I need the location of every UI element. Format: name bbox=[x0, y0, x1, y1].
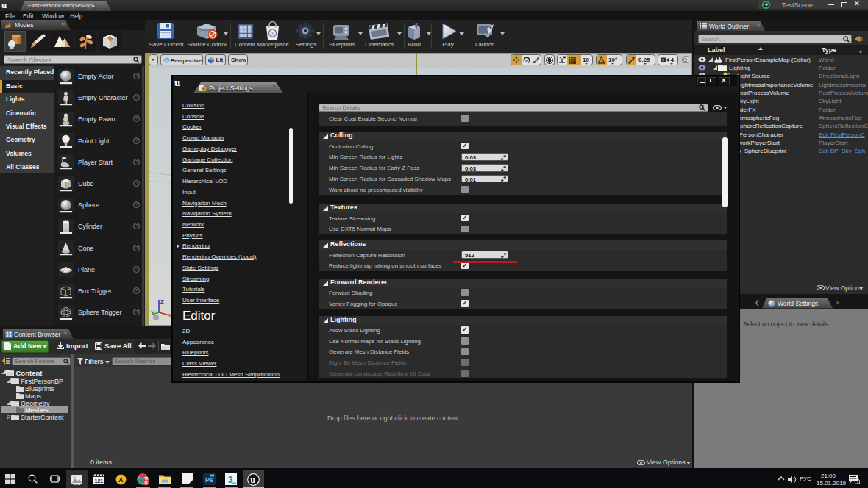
svg-text:Ps: Ps bbox=[205, 476, 213, 484]
svg-text:u: u bbox=[250, 475, 255, 485]
svg-text:u: u bbox=[271, 30, 274, 37]
svg-text:121: 121 bbox=[95, 478, 104, 484]
svg-text:Я: Я bbox=[145, 481, 148, 485]
svg-text:3: 3 bbox=[228, 474, 233, 485]
svg-text:Z: Z bbox=[160, 298, 164, 305]
svg-text:1: 1 bbox=[856, 479, 859, 484]
